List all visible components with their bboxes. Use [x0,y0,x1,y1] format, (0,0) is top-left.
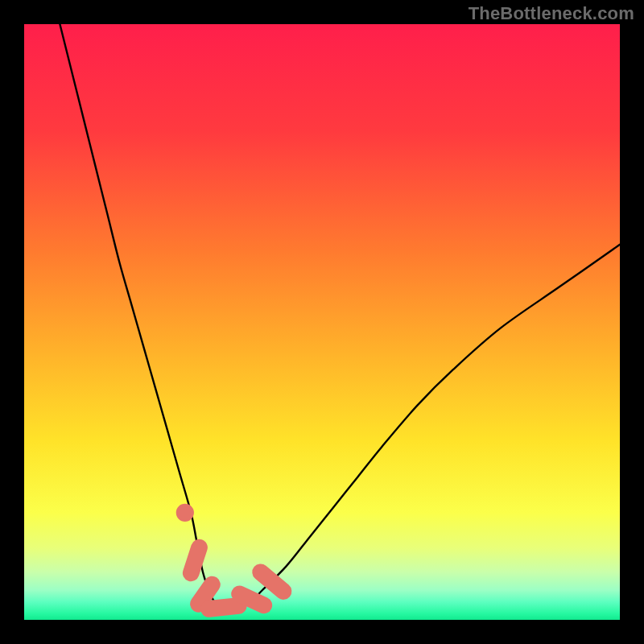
curve-layer [24,24,620,620]
marker-capsule [240,594,264,605]
marker-capsule [209,606,239,609]
plot-area [24,24,620,620]
chart-frame: TheBottleneck.com [0,0,644,644]
bottleneck-curve [60,24,620,609]
watermark-text: TheBottleneck.com [469,3,634,24]
marker-dot [176,504,194,522]
marker-capsule [191,547,199,573]
